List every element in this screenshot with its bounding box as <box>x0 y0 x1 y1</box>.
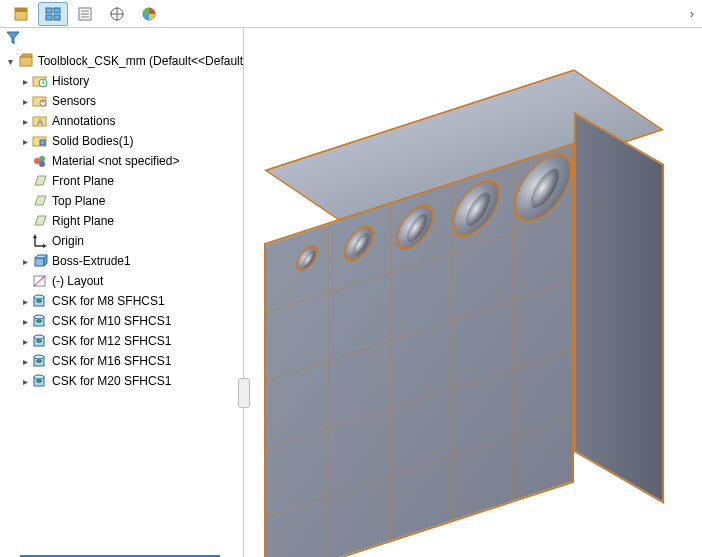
tree-item[interactable]: Origin <box>0 231 243 251</box>
holewiz-icon <box>32 293 48 309</box>
tree-item[interactable]: Top Plane <box>0 191 243 211</box>
tree-item-label: Solid Bodies(1) <box>52 134 133 148</box>
svg-point-47 <box>37 320 42 323</box>
holewiz-icon <box>32 353 48 369</box>
expand-icon[interactable]: ▸ <box>20 376 30 387</box>
tree-item[interactable]: ▸History <box>0 71 243 91</box>
svg-rect-26 <box>40 140 45 145</box>
tree-item-label: Sensors <box>52 94 96 108</box>
svg-marker-15 <box>20 54 32 57</box>
svg-marker-30 <box>35 176 46 185</box>
splitter-handle[interactable] <box>238 378 250 408</box>
tree-item[interactable]: ▸CSK for M16 SFHCS1 <box>0 351 243 371</box>
svg-rect-14 <box>20 57 32 66</box>
tree-item-label: Boss-Extrude1 <box>52 254 131 268</box>
svg-point-29 <box>39 161 45 167</box>
expand-icon[interactable]: ▸ <box>20 136 30 147</box>
svg-rect-4 <box>46 15 52 20</box>
part-icon <box>18 53 34 69</box>
tree-item-label: Origin <box>52 234 84 248</box>
svg-point-53 <box>37 360 42 363</box>
tree-item-label: CSK for M16 SFHCS1 <box>52 354 171 368</box>
holewiz-icon <box>32 373 48 389</box>
svg-marker-31 <box>35 196 46 205</box>
svg-point-50 <box>37 340 42 343</box>
tree-item[interactable]: ▸AAnnotations <box>0 111 243 131</box>
svg-rect-1 <box>15 8 27 12</box>
tree-item-label: (-) Layout <box>52 274 103 288</box>
svg-point-55 <box>34 375 44 379</box>
tree-item[interactable]: (-) Layout <box>0 271 243 291</box>
folder-annot-icon: A <box>32 113 48 129</box>
expand-icon[interactable]: ▸ <box>20 96 30 107</box>
tree-item[interactable]: ▸Boss-Extrude1 <box>0 251 243 271</box>
tree-item-label: Top Plane <box>52 194 105 208</box>
tree-item[interactable]: ▸CSK for M10 SFHCS1 <box>0 311 243 331</box>
tree-item[interactable]: Material <not specified> <box>0 151 243 171</box>
expand-icon[interactable]: ▸ <box>20 256 30 267</box>
plane-icon <box>32 193 48 209</box>
tree-item-label: History <box>52 74 89 88</box>
graphics-viewport[interactable] <box>244 28 702 557</box>
svg-point-46 <box>34 315 44 319</box>
expand-icon[interactable]: ▾ <box>6 56 16 67</box>
expand-icon[interactable]: ▸ <box>20 76 30 87</box>
folder-history-icon <box>32 73 48 89</box>
tree-item[interactable]: ▸CSK for M12 SFHCS1 <box>0 331 243 351</box>
model-front-face <box>264 143 574 557</box>
svg-rect-5 <box>54 15 60 20</box>
tree-item[interactable]: ▸CSK for M20 SFHCS1 <box>0 371 243 391</box>
expand-icon[interactable]: ▸ <box>20 336 30 347</box>
svg-rect-3 <box>54 8 60 13</box>
tree-item-label: Material <not specified> <box>52 154 179 168</box>
tree-item-label: CSK for M20 SFHCS1 <box>52 374 171 388</box>
svg-rect-37 <box>35 258 44 266</box>
csk-hole-m8 <box>296 240 318 276</box>
tree-item-label: CSK for M8 SFHCS1 <box>52 294 165 308</box>
folder-bodies-icon <box>32 133 48 149</box>
csk-hole-m10 <box>344 219 374 268</box>
plane-icon <box>32 213 48 229</box>
tree-item[interactable]: Front Plane <box>0 171 243 191</box>
tree-item[interactable]: Right Plane <box>0 211 243 231</box>
sketch-icon <box>32 273 48 289</box>
filter-icon[interactable] <box>6 34 20 48</box>
tree-root-label: Toolblock_CSK_mm (Default<<Default> <box>38 54 243 68</box>
tab-display-manager-icon[interactable] <box>102 2 132 26</box>
tree-item-label: Front Plane <box>52 174 114 188</box>
svg-text:A: A <box>37 117 43 127</box>
tree-item[interactable]: ▸CSK for M8 SFHCS1 <box>0 291 243 311</box>
holewiz-icon <box>32 333 48 349</box>
model-side-face <box>574 112 664 504</box>
tree-item[interactable]: ▸Sensors <box>0 91 243 111</box>
tree-item[interactable]: ▸Solid Bodies(1) <box>0 131 243 151</box>
tree-root-part[interactable]: ▾ Toolblock_CSK_mm (Default<<Default> <box>0 51 243 71</box>
tab-property-manager-icon[interactable] <box>70 2 100 26</box>
tree-item-label: Annotations <box>52 114 115 128</box>
plane-icon <box>32 173 48 189</box>
tree-item-label: Right Plane <box>52 214 114 228</box>
holewiz-icon <box>32 313 48 329</box>
svg-line-41 <box>34 276 45 286</box>
svg-marker-35 <box>33 234 37 238</box>
expand-icon[interactable]: ▸ <box>20 356 30 367</box>
svg-point-56 <box>37 380 42 383</box>
feature-tree-panel: ▾ Toolblock_CSK_mm (Default<<Default> ▸H… <box>0 28 244 557</box>
svg-point-52 <box>34 355 44 359</box>
expand-icon[interactable]: ▸ <box>20 316 30 327</box>
expand-icon[interactable]: ▸ <box>20 116 30 127</box>
tabs-overflow-icon[interactable]: › <box>682 7 702 21</box>
folder-sensors-icon <box>32 93 48 109</box>
tab-configuration-manager-icon[interactable] <box>38 2 68 26</box>
csk-hole-m16 <box>452 169 500 248</box>
svg-point-44 <box>37 300 42 303</box>
tree-item-label: CSK for M10 SFHCS1 <box>52 314 171 328</box>
svg-point-43 <box>34 295 44 299</box>
csk-hole-m12 <box>396 196 434 259</box>
tree-item-label: CSK for M12 SFHCS1 <box>52 334 171 348</box>
tab-appearances-icon[interactable] <box>134 2 164 26</box>
svg-point-49 <box>34 335 44 339</box>
expand-icon[interactable]: ▸ <box>20 296 30 307</box>
tab-feature-manager-icon[interactable] <box>6 2 36 26</box>
panel-tab-toolbar: › <box>0 0 702 28</box>
